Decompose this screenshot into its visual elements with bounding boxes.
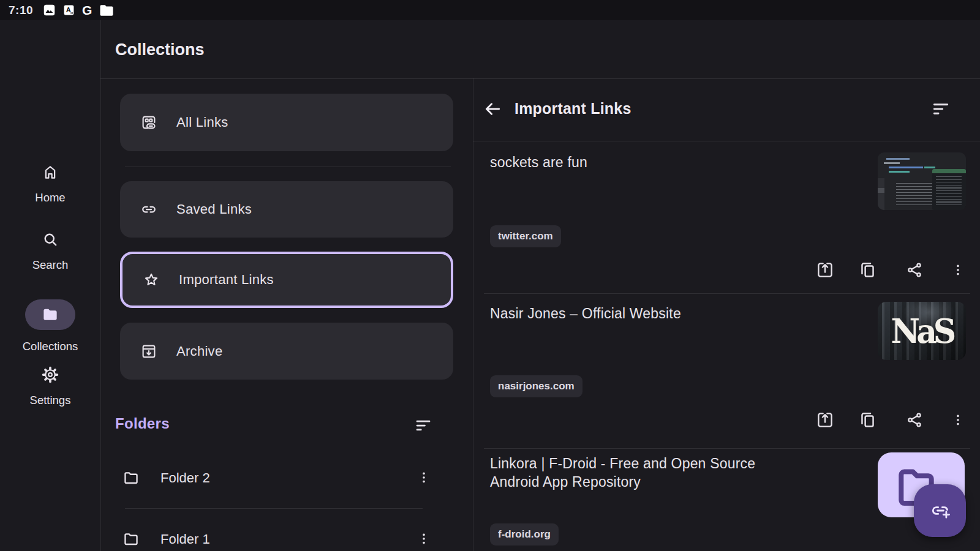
link-icon (140, 200, 158, 219)
section-label: All Links (176, 114, 228, 130)
all-links-icon (140, 113, 158, 132)
link-domain-chip[interactable]: nasirjones.com (490, 375, 582, 397)
section-important-links[interactable]: Important Links (120, 252, 453, 308)
archive-icon (140, 342, 158, 361)
folder-outline-icon (123, 469, 140, 486)
search-icon (41, 230, 59, 249)
header-divider (100, 78, 980, 79)
link-domain-chip[interactable]: f-droid.org (490, 523, 559, 545)
folder-name[interactable]: Folder 1 (160, 531, 210, 547)
section-label: Archive (176, 343, 222, 359)
google-icon: G (82, 4, 92, 17)
rail-divider (100, 20, 101, 551)
link-thumbnail-nas[interactable]: NaS (878, 302, 966, 360)
svg-text:A: A (66, 6, 71, 13)
sort-icon[interactable] (931, 99, 951, 119)
sidebar-item-search[interactable]: Search (0, 230, 100, 272)
back-button[interactable] (483, 99, 502, 119)
status-time: 7:10 (9, 4, 33, 17)
link-title[interactable]: sockets are fun (490, 153, 833, 171)
folders-heading: Folders (115, 415, 170, 432)
sidebar-label-home: Home (35, 191, 65, 204)
link-title[interactable]: Nasir Jones – Official Website (490, 304, 833, 323)
divider (484, 293, 970, 294)
section-saved-links[interactable]: Saved Links (120, 181, 453, 238)
open-in-browser-icon[interactable] (816, 411, 834, 429)
page-title: Collections (115, 40, 205, 59)
divider (473, 141, 980, 141)
nas-logo-text: NaS (891, 311, 953, 350)
divider (125, 167, 451, 167)
detail-title: Important Links (514, 100, 631, 118)
link-title[interactable]: Linkora | F-Droid - Free and Open Source… (490, 454, 796, 491)
add-link-fab[interactable] (914, 484, 966, 537)
link-domain-chip[interactable]: twitter.com (490, 225, 561, 247)
folder-icon (41, 305, 59, 324)
more-vert-icon[interactable] (951, 261, 965, 279)
share-icon[interactable] (905, 411, 924, 429)
divider (125, 508, 423, 509)
section-label: Important Links (179, 272, 274, 288)
folder-outline-icon (123, 530, 140, 547)
sort-icon[interactable] (414, 416, 432, 435)
link-thumbnail-code-screenshot[interactable] (878, 152, 966, 210)
copy-icon[interactable] (858, 260, 877, 279)
section-all-links[interactable]: All Links (120, 94, 453, 151)
active-pill (25, 299, 75, 330)
more-vert-icon[interactable] (417, 469, 431, 486)
photos-icon (43, 4, 56, 17)
sidebar-item-collections[interactable]: Collections (0, 299, 100, 353)
more-vert-icon[interactable] (951, 411, 965, 429)
home-icon (41, 163, 59, 181)
sidebar-label-collections: Collections (23, 340, 78, 353)
panel-divider (473, 78, 473, 551)
section-archive[interactable]: Archive (120, 323, 453, 380)
sidebar-item-home[interactable]: Home (0, 163, 100, 204)
files-icon (99, 4, 114, 17)
sidebar-label-search: Search (32, 258, 69, 272)
more-vert-icon[interactable] (417, 530, 431, 547)
divider (484, 448, 970, 449)
section-label: Saved Links (176, 201, 252, 217)
add-link-icon (929, 500, 951, 522)
open-in-browser-icon[interactable] (816, 261, 834, 279)
sidebar-item-settings[interactable]: Settings (0, 365, 100, 407)
copy-icon[interactable] (858, 410, 877, 429)
star-icon (142, 271, 160, 289)
status-bar: 7:10 A G (0, 0, 980, 20)
apk-installer-icon: A (63, 4, 75, 16)
folder-name[interactable]: Folder 2 (160, 470, 210, 486)
settings-icon (41, 365, 59, 384)
share-icon[interactable] (905, 261, 924, 279)
sidebar-label-settings: Settings (30, 394, 71, 407)
